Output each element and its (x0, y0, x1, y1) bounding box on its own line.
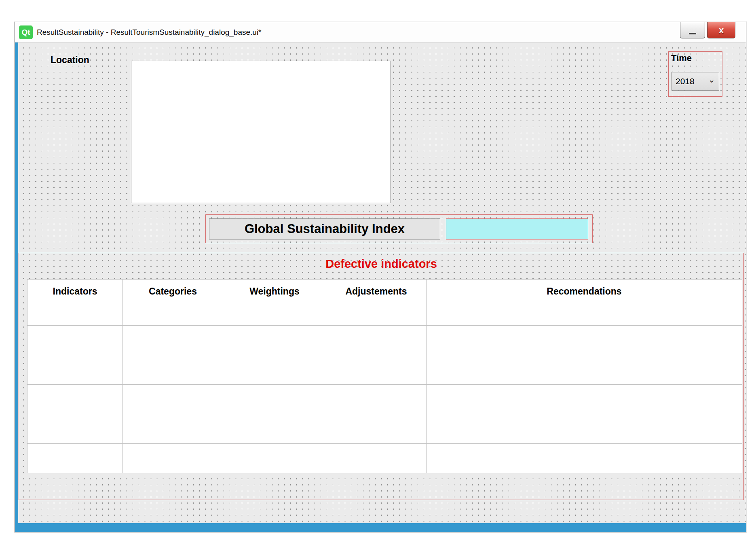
table-cell[interactable] (123, 326, 223, 355)
column-header-categories[interactable]: Categories (123, 280, 223, 326)
table-cell[interactable] (427, 414, 742, 444)
location-label: Location (51, 55, 89, 66)
table-row (27, 444, 742, 473)
minimize-button[interactable] (680, 22, 705, 38)
qt-logo-icon: Qt (19, 25, 33, 39)
table-cell[interactable] (223, 355, 326, 385)
close-icon: x (719, 25, 724, 36)
time-combobox[interactable]: 2018 ⌄ (672, 72, 719, 91)
column-header-recomendations[interactable]: Recomendations (427, 280, 742, 326)
table-cell[interactable] (27, 355, 123, 385)
table-cell[interactable] (427, 444, 742, 473)
window-titlebar[interactable]: Qt ResultSustainability - ResultTourismS… (15, 22, 746, 42)
defective-indicators-table[interactable]: IndicatorsCategoriesWeightingsAdjustemen… (27, 279, 742, 473)
column-header-indicators[interactable]: Indicators (27, 280, 123, 326)
table-row (27, 385, 742, 414)
table-cell[interactable] (326, 414, 427, 444)
table-header-row: IndicatorsCategoriesWeightingsAdjustemen… (27, 280, 742, 326)
close-button[interactable]: x (707, 22, 735, 38)
table-cell[interactable] (427, 326, 742, 355)
table-cell[interactable] (427, 385, 742, 414)
window-title: ResultSustainability - ResultTourismSust… (37, 28, 262, 37)
time-combobox-value: 2018 (676, 76, 695, 86)
table-cell[interactable] (223, 414, 326, 444)
minimize-icon (689, 33, 696, 34)
global-index-group: Global Sustainability Index (205, 214, 593, 243)
table-row (27, 326, 742, 355)
column-header-weightings[interactable]: Weightings (223, 280, 326, 326)
table-cell[interactable] (123, 444, 223, 473)
table-cell[interactable] (223, 326, 326, 355)
table-cell[interactable] (123, 355, 223, 385)
table-cell[interactable] (27, 414, 123, 444)
table-cell[interactable] (326, 326, 427, 355)
table-row (27, 414, 742, 444)
location-list-widget[interactable] (131, 61, 391, 203)
table-cell[interactable] (27, 326, 123, 355)
table-cell[interactable] (123, 385, 223, 414)
column-header-adjustements[interactable]: Adjustements (326, 280, 427, 326)
table-cell[interactable] (27, 444, 123, 473)
table-cell[interactable] (427, 355, 742, 385)
form-canvas: Location Time 2018 ⌄ Global Sustainabili… (15, 42, 746, 523)
table-cell[interactable] (223, 444, 326, 473)
global-index-label: Global Sustainability Index (209, 218, 440, 239)
table-cell[interactable] (27, 385, 123, 414)
table-cell[interactable] (123, 414, 223, 444)
table-cell[interactable] (326, 355, 427, 385)
global-index-value-field[interactable] (446, 218, 588, 239)
window-bottom-bar (15, 523, 746, 532)
window-controls: x (680, 22, 735, 38)
time-label: Time (671, 53, 692, 64)
qt-designer-window: Qt ResultSustainability - ResultTourismS… (15, 22, 746, 532)
table-row (27, 355, 742, 385)
defective-indicators-title: Defective indicators (19, 257, 743, 271)
table-cell[interactable] (326, 385, 427, 414)
table-cell[interactable] (326, 444, 427, 473)
table-cell[interactable] (223, 385, 326, 414)
time-group: Time 2018 ⌄ (668, 51, 722, 97)
defective-indicators-group: Defective indicators IndicatorsCategorie… (19, 253, 744, 500)
